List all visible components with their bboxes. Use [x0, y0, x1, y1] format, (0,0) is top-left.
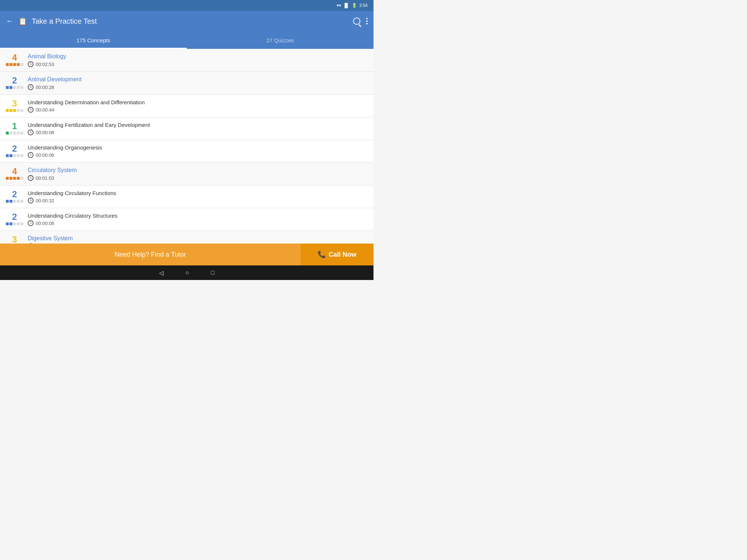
badge-container: 2: [6, 190, 23, 203]
item-title: Understanding Circulatory Functions: [28, 190, 368, 196]
duration-text: 00:00:28: [36, 85, 54, 90]
android-nav-bar: ◁ ○ □: [0, 265, 374, 280]
progress-dots: [6, 177, 23, 180]
item-info: Understanding Organogenesis00:00:06: [28, 144, 368, 158]
tab-concepts[interactable]: 175 Concepts: [0, 31, 187, 49]
category-item[interactable]: 4Animal Biology00:02:53: [0, 49, 374, 72]
badge-number: 4: [12, 53, 17, 62]
progress-dot: [6, 154, 9, 157]
progress-dot: [13, 86, 16, 89]
progress-dot: [9, 132, 12, 135]
progress-dot: [6, 200, 9, 203]
duration-text: 00:00:44: [36, 107, 54, 113]
clock-icon: [28, 129, 34, 135]
item-info: Circulatory System00:01:03: [28, 167, 368, 181]
progress-dots: [6, 86, 23, 89]
item-info: Understanding Fertilization and Eary Dev…: [28, 122, 368, 135]
item-info: Understanding Circulatory Functions00:00…: [28, 190, 368, 203]
progress-dot: [6, 63, 9, 66]
document-icon: 📋: [18, 17, 27, 26]
progress-dot: [6, 222, 9, 225]
progress-dot: [17, 154, 20, 157]
list-item[interactable]: 2Understanding Circulatory Functions00:0…: [0, 186, 374, 208]
list-item[interactable]: 2Understanding Organogenesis00:00:06: [0, 140, 374, 163]
progress-dot: [17, 177, 20, 180]
badge-container: 4: [6, 53, 23, 66]
progress-dot: [6, 109, 9, 112]
progress-dot: [20, 177, 23, 180]
progress-dot: [13, 132, 16, 135]
progress-dot: [20, 154, 23, 157]
progress-dot: [20, 63, 23, 66]
back-button[interactable]: ←: [6, 16, 14, 26]
phone-icon: 📞: [318, 250, 326, 258]
bottom-bar: Need Help? Find a Tutor 📞 Call Now: [0, 244, 374, 265]
progress-dots: [6, 154, 23, 157]
progress-dot: [20, 200, 23, 203]
progress-dot: [17, 63, 20, 66]
progress-dot: [13, 200, 16, 203]
signal-icon: ▐▌: [343, 3, 349, 8]
badge-number: 3: [12, 99, 17, 108]
category-item[interactable]: 3Digestive System00:00:45: [0, 231, 374, 244]
badge-container: 2: [6, 76, 23, 89]
category-title: Digestive System: [28, 235, 368, 242]
progress-dot: [20, 222, 23, 225]
duration-text: 00:00:08: [36, 130, 54, 135]
list-item[interactable]: 2Understanding Circulatory Structures00:…: [0, 208, 374, 231]
progress-dot: [17, 109, 20, 112]
progress-dot: [9, 109, 12, 112]
badge-number: 4: [12, 167, 17, 176]
call-now-button[interactable]: 📞 Call Now: [301, 244, 374, 265]
clock-icon: [28, 84, 34, 90]
clock-icon: [28, 152, 34, 158]
item-duration: 00:00:28: [28, 84, 368, 90]
progress-dot: [9, 177, 12, 180]
header-actions: [353, 18, 368, 25]
list-item[interactable]: 3Understanding Determination and Differe…: [0, 95, 374, 117]
item-duration: 00:02:53: [28, 61, 368, 67]
badge-container: 3: [6, 235, 23, 244]
badge-container: 4: [6, 167, 23, 180]
progress-dot: [17, 200, 20, 203]
list-item[interactable]: 1Understanding Fertilization and Eary De…: [0, 117, 374, 140]
item-info: Understanding Determination and Differen…: [28, 99, 368, 113]
status-bar: ▾▾ ▐▌ 🔋 3:54: [0, 0, 374, 11]
progress-dot: [9, 200, 12, 203]
item-duration: 00:00:08: [28, 129, 368, 135]
progress-dot: [20, 86, 23, 89]
item-info: Animal Development00:00:28: [28, 76, 368, 90]
item-title: Understanding Determination and Differen…: [28, 99, 368, 105]
tab-quizzes[interactable]: 27 Quizzes: [187, 31, 374, 49]
category-title: Animal Development: [28, 76, 368, 83]
clock-icon: [28, 61, 34, 67]
find-tutor-button[interactable]: Need Help? Find a Tutor: [0, 244, 301, 265]
search-icon[interactable]: [353, 18, 360, 25]
app-header: ← 📋 Take a Practice Test: [0, 11, 374, 31]
progress-dot: [9, 86, 12, 89]
home-nav-button[interactable]: ○: [185, 269, 189, 276]
item-info: Animal Biology00:02:53: [28, 53, 368, 67]
badge-number: 3: [12, 235, 17, 244]
recent-nav-button[interactable]: □: [211, 269, 214, 276]
back-nav-button[interactable]: ◁: [159, 269, 163, 276]
badge-container: 3: [6, 99, 23, 112]
progress-dot: [6, 86, 9, 89]
progress-dot: [17, 222, 20, 225]
item-title: Understanding Circulatory Structures: [28, 213, 368, 219]
progress-dot: [13, 222, 16, 225]
category-item[interactable]: 2Animal Development00:00:28: [0, 72, 374, 95]
duration-text: 00:00:32: [36, 198, 54, 203]
progress-dot: [13, 63, 16, 66]
progress-dot: [13, 177, 16, 180]
more-options-icon[interactable]: [366, 18, 368, 24]
category-item[interactable]: 4Circulatory System00:01:03: [0, 163, 374, 186]
progress-dot: [9, 154, 12, 157]
item-info: Understanding Circulatory Structures00:0…: [28, 213, 368, 226]
item-duration: 00:00:44: [28, 107, 368, 113]
badge-number: 2: [12, 144, 17, 153]
item-title: Understanding Fertilization and Eary Dev…: [28, 122, 368, 128]
progress-dot: [13, 154, 16, 157]
duration-text: 00:01:03: [36, 175, 54, 181]
progress-dot: [17, 132, 20, 135]
